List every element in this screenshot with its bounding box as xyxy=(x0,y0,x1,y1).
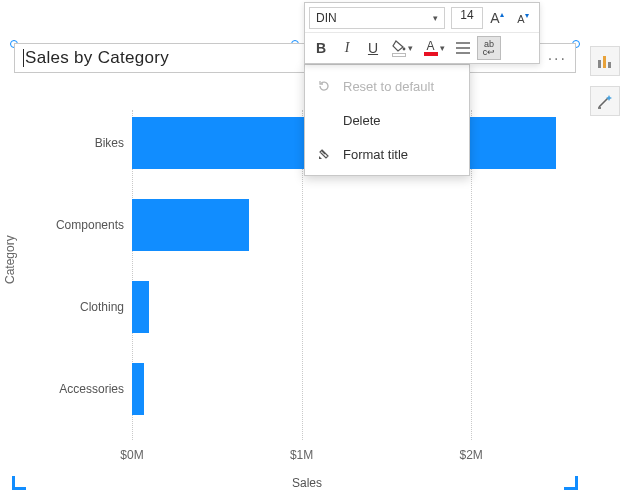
bar-row: Clothing xyxy=(132,278,556,336)
more-options-button[interactable]: ··· xyxy=(544,46,571,72)
increase-font-button[interactable]: A▴ xyxy=(485,6,509,30)
text-format-toolbar: DIN ▾ 14 A▴ A▾ B I U ▾ A ▾ xyxy=(304,2,540,64)
chevron-down-icon: ▾ xyxy=(408,43,413,53)
side-chart-button[interactable] xyxy=(590,46,620,76)
category-label: Accessories xyxy=(30,382,124,396)
svg-point-4 xyxy=(402,47,405,50)
svg-rect-1 xyxy=(603,56,606,68)
x-axis-label: Sales xyxy=(292,476,322,490)
font-color-button[interactable]: A ▾ xyxy=(419,36,449,60)
menu-format-title[interactable]: Format title xyxy=(305,137,469,171)
title-context-menu: Reset to default Delete Format title xyxy=(304,64,470,176)
bar-chart-icon xyxy=(596,52,614,70)
menu-format-title-label: Format title xyxy=(343,147,408,162)
menu-reset-default: Reset to default xyxy=(305,69,469,103)
font-color-icon: A xyxy=(424,41,438,56)
decrease-font-button[interactable]: A▾ xyxy=(511,6,535,30)
x-tick-label: $0M xyxy=(120,448,143,462)
chart-area: Category Sales $0M$1M$2MBikesComponentsC… xyxy=(14,80,576,488)
bar-row: Components xyxy=(132,196,556,254)
bar[interactable] xyxy=(132,199,249,251)
magic-pen-icon xyxy=(596,92,614,110)
x-tick-label: $1M xyxy=(290,448,313,462)
italic-button[interactable]: I xyxy=(335,36,359,60)
font-family-value: DIN xyxy=(316,11,337,25)
category-label: Clothing xyxy=(30,300,124,314)
format-title-icon xyxy=(315,145,333,163)
bar[interactable] xyxy=(132,281,149,333)
wrap-icon: abc↩ xyxy=(483,40,496,56)
svg-rect-0 xyxy=(598,60,601,68)
menu-delete[interactable]: Delete xyxy=(305,103,469,137)
reset-icon xyxy=(315,77,333,95)
bar-row: Accessories xyxy=(132,360,556,418)
svg-rect-2 xyxy=(608,62,611,68)
font-family-select[interactable]: DIN ▾ xyxy=(309,7,445,29)
menu-delete-label: Delete xyxy=(343,113,381,128)
wrap-text-button[interactable]: abc↩ xyxy=(477,36,501,60)
fill-color-button[interactable]: ▾ xyxy=(387,36,417,60)
category-label: Components xyxy=(30,218,124,232)
bold-button[interactable]: B xyxy=(309,36,333,60)
category-label: Bikes xyxy=(30,136,124,150)
y-axis-label: Category xyxy=(3,235,17,284)
bar[interactable] xyxy=(132,363,144,415)
menu-reset-label: Reset to default xyxy=(343,79,434,94)
align-icon xyxy=(455,41,471,55)
chart-title-text: Sales by Category xyxy=(25,48,169,68)
blank-icon xyxy=(315,111,333,129)
bucket-icon xyxy=(392,40,406,57)
font-size-input[interactable]: 14 xyxy=(451,7,483,29)
text-caret xyxy=(23,49,24,67)
chevron-down-icon: ▾ xyxy=(440,43,445,53)
x-tick-label: $2M xyxy=(460,448,483,462)
underline-button[interactable]: U xyxy=(361,36,385,60)
align-button[interactable] xyxy=(451,36,475,60)
chevron-down-icon: ▾ xyxy=(433,13,438,23)
chart-visual[interactable]: Sales by Category ··· Category Sales $0M… xyxy=(14,44,576,488)
side-sparkle-button[interactable] xyxy=(590,86,620,116)
